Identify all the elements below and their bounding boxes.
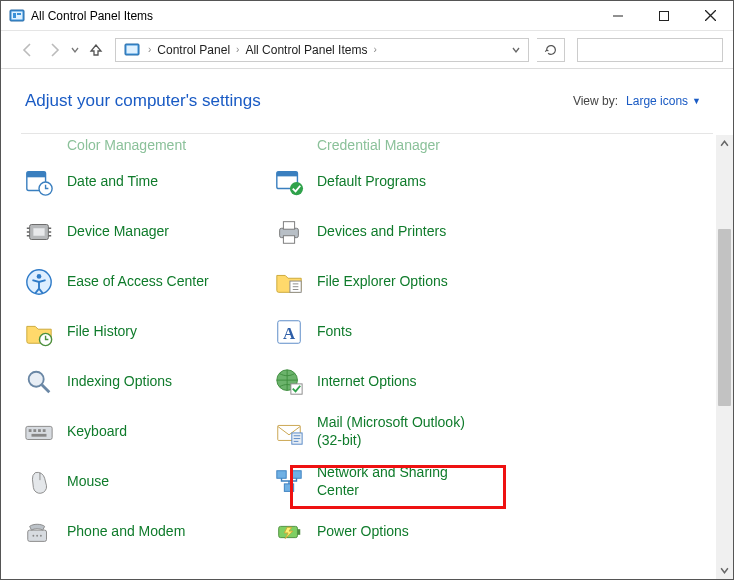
maximize-button[interactable] <box>641 1 687 30</box>
refresh-button[interactable] <box>537 38 565 62</box>
back-button[interactable] <box>17 39 39 61</box>
svg-rect-31 <box>283 221 294 229</box>
item-label: Phone and Modem <box>67 523 185 541</box>
item-label: Credential Manager <box>317 137 440 155</box>
view-by-value: Large icons <box>626 94 688 108</box>
date-time-icon <box>23 166 55 198</box>
control-panel-item[interactable]: Keyboard <box>23 407 253 457</box>
item-label: Default Programs <box>317 173 426 191</box>
control-panel-item[interactable]: Mouse <box>23 457 253 507</box>
up-button[interactable] <box>85 42 107 58</box>
control-panel-item[interactable]: Date and Time <box>23 157 253 207</box>
breadcrumb-root[interactable]: Control Panel <box>155 41 232 59</box>
item-label: Internet Options <box>317 373 417 391</box>
item-label: File Explorer Options <box>317 273 448 291</box>
control-panel-item[interactable]: Network and Sharing Center <box>273 457 503 507</box>
control-panel-item[interactable]: Device Manager <box>23 207 253 257</box>
item-label: Fonts <box>317 323 352 341</box>
scroll-up-button[interactable] <box>716 135 733 152</box>
item-label: Device Manager <box>67 223 169 241</box>
item-label: Ease of Access Center <box>67 273 209 291</box>
item-label: Color Management <box>67 137 186 155</box>
svg-rect-18 <box>29 429 32 432</box>
chevron-right-icon[interactable]: › <box>232 44 243 55</box>
mouse-icon <box>23 466 55 498</box>
items-column-left: Color ManagementDate and TimeDevice Mana… <box>23 135 253 557</box>
svg-rect-2 <box>13 13 16 18</box>
chevron-down-icon: ▼ <box>692 96 701 106</box>
settings-header: Adjust your computer's settings View by:… <box>1 69 733 133</box>
content-area: Color ManagementDate and TimeDevice Mana… <box>1 135 733 579</box>
window-title: All Control Panel Items <box>31 9 595 23</box>
svg-point-29 <box>290 182 303 195</box>
svg-rect-3 <box>17 13 21 15</box>
svg-rect-19 <box>33 429 36 432</box>
item-label: Indexing Options <box>67 373 172 391</box>
control-panel-item[interactable]: Ease of Access Center <box>23 257 253 307</box>
search-input[interactable] <box>584 42 734 58</box>
svg-rect-17 <box>26 426 52 439</box>
vertical-scrollbar[interactable] <box>716 135 733 579</box>
address-bar[interactable]: › Control Panel › All Control Panel Item… <box>115 38 529 62</box>
control-panel-item[interactable]: File Explorer Options <box>273 257 503 307</box>
control-panel-item[interactable]: Phone and Modem <box>23 507 253 557</box>
item-label: Mouse <box>67 473 109 491</box>
svg-rect-20 <box>38 429 41 432</box>
scroll-track[interactable] <box>716 152 733 562</box>
forward-button[interactable] <box>43 39 65 61</box>
svg-rect-40 <box>277 470 286 478</box>
control-panel-item[interactable]: Credential Manager <box>273 135 503 157</box>
svg-rect-22 <box>32 433 47 436</box>
breadcrumb-current[interactable]: All Control Panel Items <box>243 41 369 59</box>
view-by-dropdown[interactable]: Large icons ▼ <box>626 94 701 108</box>
control-panel-item[interactable]: Color Management <box>23 135 253 157</box>
svg-point-16 <box>29 371 44 386</box>
svg-rect-12 <box>33 228 44 236</box>
ease-of-access-icon <box>23 266 55 298</box>
item-label: Keyboard <box>67 423 127 441</box>
page-title: Adjust your computer's settings <box>25 91 573 111</box>
svg-rect-28 <box>277 171 298 176</box>
items-panel: Color ManagementDate and TimeDevice Mana… <box>1 135 716 579</box>
navigation-bar: › Control Panel › All Control Panel Item… <box>1 31 733 69</box>
control-panel-item[interactable]: Devices and Printers <box>273 207 503 257</box>
address-dropdown[interactable] <box>508 46 524 54</box>
keyboard-icon <box>23 416 55 448</box>
separator <box>21 133 713 134</box>
svg-point-24 <box>36 534 38 536</box>
item-label: File History <box>67 323 137 341</box>
view-by-label: View by: <box>573 94 618 108</box>
control-panel-item[interactable]: AFonts <box>273 307 503 357</box>
control-panel-item[interactable]: Default Programs <box>273 157 503 207</box>
control-panel-item[interactable]: Indexing Options <box>23 357 253 407</box>
control-panel-item[interactable]: File History <box>23 307 253 357</box>
credential-manager-icon <box>273 137 305 149</box>
recent-locations-dropdown[interactable] <box>69 46 81 54</box>
minimize-button[interactable] <box>595 1 641 30</box>
scroll-thumb[interactable] <box>718 229 731 406</box>
control-panel-item[interactable]: Internet Options <box>273 357 503 407</box>
chevron-right-icon[interactable]: › <box>369 44 380 55</box>
file-history-icon <box>23 316 55 348</box>
file-explorer-options-icon <box>273 266 305 298</box>
svg-rect-9 <box>27 171 46 177</box>
svg-text:A: A <box>283 323 296 342</box>
phone-modem-icon <box>23 516 55 548</box>
chevron-right-icon[interactable]: › <box>144 44 155 55</box>
svg-rect-32 <box>283 235 294 243</box>
control-panel-icon <box>124 42 140 58</box>
item-label: Network and Sharing Center <box>317 464 493 499</box>
window-controls <box>595 1 733 30</box>
color-management-icon <box>23 137 55 149</box>
network-sharing-icon <box>273 466 305 498</box>
item-label: Date and Time <box>67 173 158 191</box>
search-box[interactable] <box>577 38 723 62</box>
close-button[interactable] <box>687 1 733 30</box>
device-manager-icon <box>23 216 55 248</box>
svg-rect-42 <box>284 483 293 491</box>
scroll-down-button[interactable] <box>716 562 733 579</box>
control-panel-item[interactable]: Mail (Microsoft Outlook) (32-bit) <box>273 407 503 457</box>
control-panel-item[interactable]: Power Options <box>273 507 503 557</box>
power-options-icon <box>273 516 305 548</box>
svg-point-25 <box>40 534 42 536</box>
